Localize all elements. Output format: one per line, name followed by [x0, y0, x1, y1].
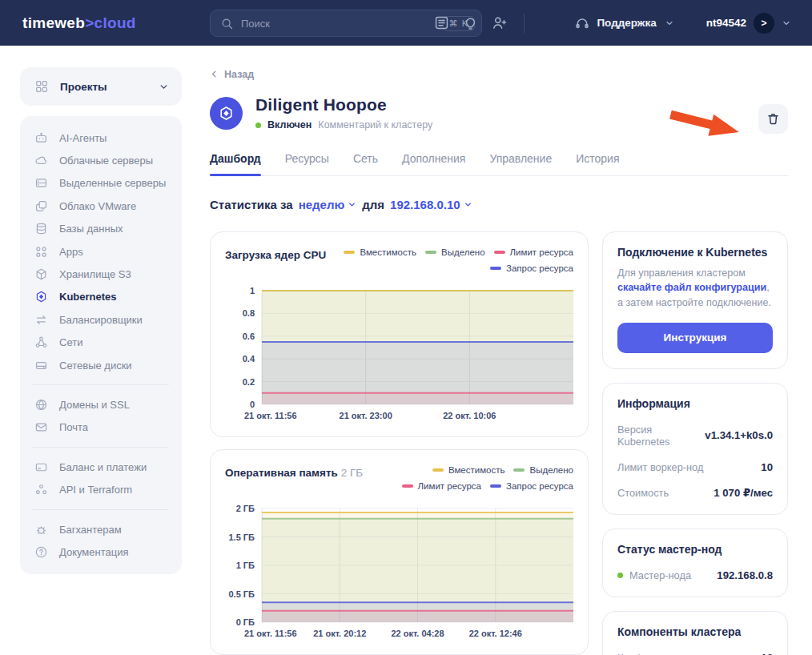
account-menu[interactable]: nt94542 > [706, 13, 791, 34]
stats-for-label: для [362, 198, 384, 211]
legend-item: Лимит ресурса [494, 247, 573, 257]
invite-user-icon [491, 14, 508, 31]
kv-value: 1 070 ₽/мес [714, 487, 773, 499]
kv-label: Конфигмапы [617, 652, 678, 655]
stats-line: Статистика за неделю для 192.168.0.10 [210, 198, 788, 211]
charts-column: Загрузка ядер CPU ВместимостьВыделеноЛим… [210, 231, 589, 655]
sidebar-item-balance-payments[interactable]: Баланс и платежи [20, 456, 182, 478]
search-input[interactable] [241, 18, 443, 30]
sidebar-item-apps[interactable]: Apps [20, 240, 182, 263]
back-label: Назад [224, 69, 254, 80]
download-config-link[interactable]: скачайте файл конфигурации [617, 282, 766, 293]
chart-title: Оперативная память 2 ГБ [225, 465, 363, 479]
panel-title: Информация [617, 397, 773, 410]
panel-title: Подключение к Kubernetes [617, 246, 773, 259]
legend-item: Вместимость [344, 247, 416, 257]
arrows-icon [34, 313, 48, 327]
annotation-arrow [669, 97, 750, 139]
database-icon [34, 222, 48, 235]
svg-text:1.5 ГБ: 1.5 ГБ [229, 532, 255, 542]
kubernetes-connect-panel: Подключение к Kubernetes Для управления … [602, 231, 788, 369]
kv-value: v1.34.1+k0s.0 [705, 429, 773, 441]
svg-text:22 окт. 12:46: 22 окт. 12:46 [469, 629, 522, 638]
tab-История[interactable]: История [576, 152, 619, 175]
delete-cluster-button[interactable] [758, 104, 788, 134]
news-icon[interactable] [428, 10, 455, 37]
information-panel: Информация Версия Kubernetes v1.34.1+k0s… [602, 383, 788, 515]
chart-plot: 10.80.60.40.2021 окт. 11:5621 окт. 23:00… [225, 284, 573, 427]
cluster-comment[interactable]: Комментарий к кластеру [318, 119, 432, 131]
sidebar: Проекты AI-Агенты Облачные серверы Выдел… [20, 67, 182, 574]
main-content: Назад Diligent Hoopoe Включен Комментари… [210, 67, 788, 655]
avatar: > [754, 13, 774, 34]
kv-row: Лимит воркер-нод 10 [617, 461, 773, 473]
svg-text:22 окт. 10:06: 22 окт. 10:06 [443, 411, 496, 420]
brand-logo[interactable]: timeweb>cloud [22, 14, 136, 32]
sidebar-item-networks[interactable]: Сети [20, 332, 182, 354]
tab-Дашборд[interactable]: Дашборд [210, 152, 261, 175]
chevron-down-icon [782, 18, 791, 28]
sidebar-item-ai-agents[interactable]: AI-Агенты [20, 127, 182, 149]
sidebar-item-kubernetes[interactable]: Kubernetes [20, 286, 182, 308]
support-label: Поддержка [597, 17, 656, 29]
chevron-down-icon [159, 82, 169, 92]
nodes-icon [34, 483, 48, 496]
sidebar-item-databases[interactable]: Базы данных [20, 218, 182, 240]
sidebar-item-mail[interactable]: Почта [20, 416, 182, 439]
sidebar-item-api-terraform[interactable]: API и Terraform [20, 478, 182, 500]
sidebar-item-vmware-cloud[interactable]: Облако VMware [20, 195, 182, 217]
sidebar-divider [33, 384, 169, 385]
stats-prefix: Статистика за [210, 198, 293, 211]
period-dropdown[interactable]: неделю [299, 198, 357, 211]
tab-Дополнения[interactable]: Дополнения [402, 152, 465, 175]
support-menu[interactable]: Поддержка [574, 15, 673, 31]
page-header: Diligent Hoopoe Включен Комментарий к кл… [210, 95, 788, 131]
tab-Сеть[interactable]: Сеть [353, 152, 378, 175]
kv-label: Мастер-нода [617, 569, 691, 581]
kv-row: Конфигмапы 16 [617, 652, 773, 655]
svg-text:21 окт. 20:12: 21 окт. 20:12 [313, 629, 366, 638]
cluster-components-panel: Компоненты кластера Конфигмапы 16 Эндпои… [602, 611, 788, 655]
back-link[interactable]: Назад [210, 69, 254, 80]
legend-item: Лимит ресурса [402, 481, 481, 491]
sidebar-item-network-disks[interactable]: Сетевые диски [20, 354, 182, 376]
kv-row: Версия Kubernetes v1.34.1+k0s.0 [617, 424, 773, 448]
legend-item: Запрос ресурса [490, 481, 573, 491]
tabs-bar: ДашбордРесурсыСетьДополненияУправлениеИс… [210, 152, 788, 176]
instruction-button[interactable]: Инструкция [617, 323, 773, 353]
chevron-down-icon [665, 18, 674, 28]
svg-text:0.2: 0.2 [243, 377, 255, 387]
question-icon [34, 545, 48, 559]
kv-value: 192.168.0.8 [717, 569, 773, 581]
kv-value: 16 [761, 652, 773, 655]
kv-row: Мастер-нода 192.168.0.8 [617, 569, 773, 581]
sidebar-item-dedicated-servers[interactable]: Выделенные серверы [20, 172, 182, 195]
invite-user-icon[interactable] [485, 10, 513, 37]
svg-text:0.5 ГБ: 0.5 ГБ [229, 589, 255, 599]
legend-item: Запрос ресурса [490, 263, 573, 273]
projects-selector[interactable]: Проекты [20, 67, 182, 106]
node-dropdown[interactable]: 192.168.0.10 [390, 198, 472, 211]
kubernetes-icon [34, 290, 48, 303]
sidebar-item-balancers[interactable]: Балансировщики [20, 308, 182, 331]
chart-legend: ВместимостьВыделеноЛимит ресурсаЗапрос р… [363, 465, 573, 491]
chevron-down-icon [348, 200, 356, 209]
card-icon [34, 460, 48, 474]
idea-icon[interactable] [456, 10, 484, 37]
sidebar-item-s3-storage[interactable]: Хранилище S3 [20, 263, 182, 285]
sidebar-item-bughunters[interactable]: Багхантерам [20, 518, 182, 540]
sidebar-item-cloud-servers[interactable]: Облачные серверы [20, 149, 182, 171]
sidebar-item-documentation[interactable]: Документация [20, 540, 182, 563]
status-dot [255, 123, 261, 128]
top-navbar: timeweb>cloud ⌘ K Поддержка nt94542 > [0, 0, 812, 46]
navbar-divider [524, 14, 525, 33]
sidebar-item-domains-ssl[interactable]: Домены и SSL [20, 393, 182, 416]
server-icon [34, 176, 48, 190]
chart-canvas: 10.80.60.40.2021 окт. 11:5621 окт. 23:00… [225, 284, 575, 427]
tab-Ресурсы[interactable]: Ресурсы [285, 152, 329, 175]
legend-item: Выделено [513, 465, 573, 475]
vmware-icon [34, 199, 48, 213]
svg-text:0.6: 0.6 [243, 332, 255, 341]
tab-Управление[interactable]: Управление [489, 152, 552, 175]
chart-card: Загрузка ядер CPU ВместимостьВыделеноЛим… [210, 231, 589, 437]
